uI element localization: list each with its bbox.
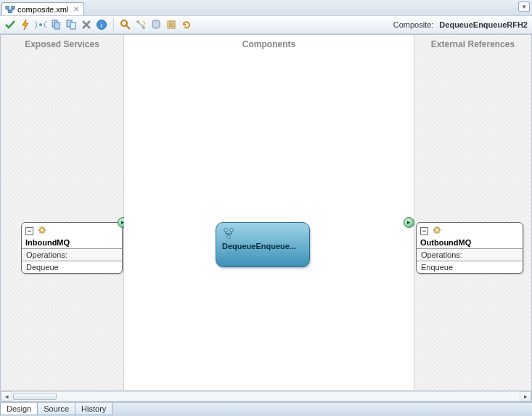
paste-icon[interactable] xyxy=(65,19,77,30)
horizontal-scrollbar[interactable]: ◂ ▸ xyxy=(1,390,531,401)
sensor-icon[interactable] xyxy=(35,19,46,30)
bpel-icon xyxy=(222,227,235,240)
svg-rect-2 xyxy=(8,9,12,12)
lane-header-references: External References xyxy=(414,35,531,54)
inbound-title: InboundMQ xyxy=(22,238,122,248)
find-icon[interactable] xyxy=(120,19,131,30)
svg-text:i: i xyxy=(101,21,103,29)
config-icon[interactable] xyxy=(165,19,177,30)
close-tab-icon[interactable]: ✕ xyxy=(73,5,79,13)
svg-point-3 xyxy=(39,23,42,26)
inbound-service-box[interactable]: − InboundMQ Operations: Dequeue xyxy=(21,222,123,274)
toolbar-separator xyxy=(113,18,114,31)
svg-rect-0 xyxy=(6,6,9,9)
tab-history[interactable]: History xyxy=(75,403,112,415)
info-icon[interactable]: i xyxy=(96,19,107,30)
file-tab-label: composite.xml xyxy=(17,5,68,14)
scroll-thumb[interactable] xyxy=(13,393,57,400)
svg-point-18 xyxy=(230,229,233,232)
svg-rect-1 xyxy=(12,6,15,9)
delete-icon[interactable] xyxy=(81,19,92,30)
inbound-op[interactable]: Dequeue xyxy=(22,261,122,273)
tab-design[interactable]: Design xyxy=(0,403,38,415)
bolt-icon[interactable] xyxy=(20,19,31,30)
svg-rect-5 xyxy=(54,23,60,29)
validate-icon[interactable] xyxy=(4,19,16,30)
svg-point-10 xyxy=(121,20,127,26)
composite-name: DequeueEnqueueRFH2 xyxy=(439,20,528,29)
tab-source[interactable]: Source xyxy=(37,403,75,415)
gear-icon xyxy=(432,225,442,237)
outbound-title: OutboundMQ xyxy=(417,238,523,248)
composite-file-icon xyxy=(5,4,15,15)
composite-label: Composite: xyxy=(393,20,434,29)
outbound-reference-box[interactable]: − OutboundMQ Operations: Enqueue xyxy=(416,222,523,274)
collapse-button-outbound[interactable]: − xyxy=(420,227,428,235)
lane-header-exposed: Exposed Services xyxy=(1,35,123,54)
toolbar: i Composite: DequeueEnqueueRFH2 xyxy=(0,15,532,34)
svg-rect-7 xyxy=(70,23,75,29)
collapse-button-inbound[interactable]: − xyxy=(25,227,33,235)
copy-icon[interactable] xyxy=(50,19,62,30)
svg-point-19 xyxy=(227,235,230,238)
gear-icon xyxy=(37,225,47,237)
svg-point-21 xyxy=(436,229,438,232)
scroll-right-button[interactable]: ▸ xyxy=(520,391,531,401)
svg-point-17 xyxy=(224,229,227,232)
deploy-db-icon[interactable] xyxy=(150,19,162,30)
bpel-component[interactable]: DequeueEnqueue... xyxy=(216,222,310,267)
outbound-ops-header: Operations: xyxy=(417,248,523,261)
file-tab[interactable]: composite.xml ✕ xyxy=(1,2,84,15)
inbound-ops-header: Operations: xyxy=(22,248,122,261)
outbound-op[interactable]: Enqueue xyxy=(417,261,523,273)
scroll-left-button[interactable]: ◂ xyxy=(1,391,12,401)
lane-header-components: Components xyxy=(124,35,414,54)
component-label: DequeueEnqueue... xyxy=(222,242,303,250)
incoming-connector[interactable] xyxy=(404,217,414,228)
scroll-track[interactable] xyxy=(12,391,520,401)
design-canvas[interactable]: Exposed Services − InboundMQ Operations:… xyxy=(1,35,531,390)
refresh-icon[interactable] xyxy=(181,19,192,30)
tab-overflow-button[interactable]: ▾ xyxy=(518,1,530,12)
svg-point-16 xyxy=(41,229,44,232)
wire-icon[interactable] xyxy=(135,19,147,30)
